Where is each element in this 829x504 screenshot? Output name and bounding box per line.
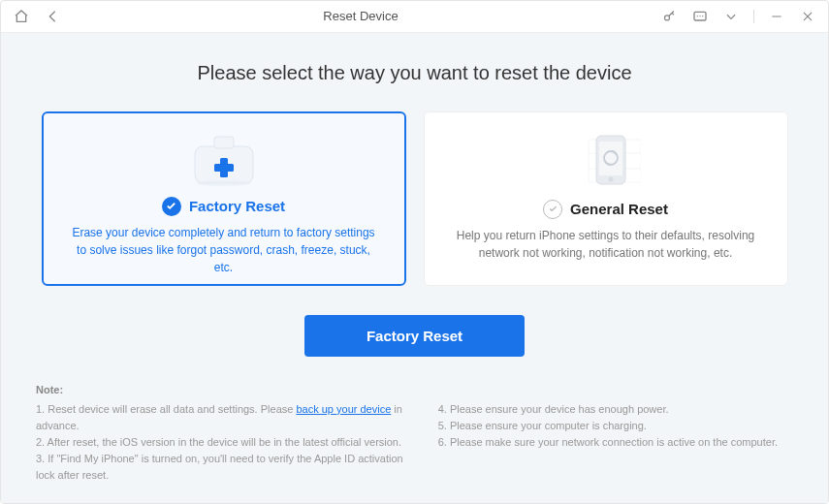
feedback-icon[interactable]	[691, 8, 709, 25]
card-title: Factory Reset	[189, 198, 285, 214]
card-description: Erase your device completely and return …	[69, 224, 379, 276]
backup-link[interactable]: back up your device	[296, 403, 391, 415]
note-item: 3. If "Find My iPhone" is turned on, you…	[36, 451, 409, 484]
separator	[753, 10, 754, 23]
check-icon	[162, 197, 181, 216]
svg-point-2	[697, 16, 698, 16]
page-heading: Please select the way you want to reset …	[36, 62, 793, 84]
check-icon	[543, 200, 562, 219]
svg-rect-12	[214, 164, 234, 172]
notes-label: Note:	[36, 384, 793, 395]
svg-rect-9	[214, 137, 234, 148]
key-icon[interactable]	[660, 8, 678, 25]
minimize-icon[interactable]	[768, 8, 785, 25]
card-general-reset[interactable]: General Reset Help you return iPhone set…	[424, 111, 788, 286]
factory-reset-button[interactable]: Factory Reset	[304, 315, 525, 357]
note-item: 1. Reset device will erase all data and …	[36, 401, 409, 434]
svg-point-20	[608, 176, 613, 181]
svg-point-10	[197, 180, 251, 186]
window-title: Reset Device	[61, 9, 660, 23]
note-item: 5. Please ensure your computer is chargi…	[438, 418, 793, 434]
app-window: Reset Device Please select the way you w…	[0, 0, 829, 504]
close-icon[interactable]	[799, 8, 816, 25]
card-description: Help you return iPhone settings to their…	[450, 227, 762, 262]
option-cards: Factory Reset Erase your device complete…	[36, 111, 793, 286]
card-title: General Reset	[570, 201, 668, 217]
content-area: Please select the way you want to reset …	[1, 33, 828, 503]
medkit-icon	[189, 133, 259, 187]
svg-rect-19	[599, 142, 622, 175]
chevron-down-icon[interactable]	[722, 8, 740, 25]
phone-icon	[571, 132, 641, 190]
titlebar: Reset Device	[1, 1, 828, 33]
home-icon[interactable]	[13, 8, 30, 25]
note-item: 4. Please ensure your device has enough …	[438, 401, 793, 418]
card-factory-reset[interactable]: Factory Reset Erase your device complete…	[42, 111, 406, 286]
note-item: 6. Please make sure your network connect…	[438, 434, 793, 451]
svg-point-0	[664, 16, 669, 20]
back-icon[interactable]	[44, 8, 61, 25]
notes-section: Note: 1. Reset device will erase all dat…	[36, 384, 793, 484]
svg-point-4	[702, 16, 703, 16]
note-item: 2. After reset, the iOS version in the d…	[36, 434, 409, 451]
svg-point-3	[699, 16, 700, 16]
